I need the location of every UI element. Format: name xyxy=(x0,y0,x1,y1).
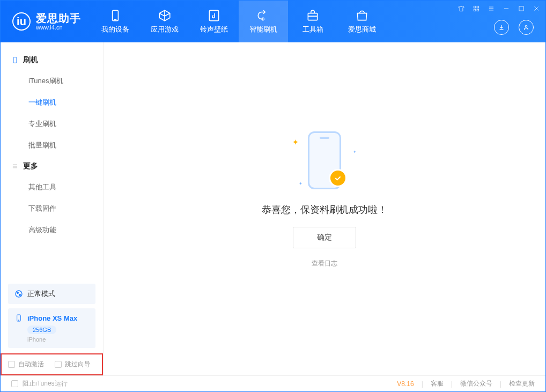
device-type: iPhone xyxy=(27,336,89,343)
main-content: ✦ ✦ ✦ 恭喜您，保资料刷机成功啦！ 确定 查看日志 xyxy=(104,42,545,375)
checkbox-icon xyxy=(8,361,15,368)
svg-rect-4 xyxy=(474,6,476,8)
device-icon xyxy=(14,314,23,322)
user-icon[interactable] xyxy=(519,20,534,35)
view-log-link[interactable]: 查看日志 xyxy=(312,259,337,268)
options-highlight-box: 自动激活 跳过向导 xyxy=(1,353,103,375)
block-itunes-label[interactable]: 阻止iTunes运行 xyxy=(23,379,68,388)
device-name: iPhone XS Max xyxy=(27,314,77,322)
sidebar-item-pro[interactable]: 专业刷机 xyxy=(1,113,103,135)
mode-label: 正常模式 xyxy=(27,289,55,299)
checkbox-icon[interactable] xyxy=(11,380,18,387)
footer-right: V8.16 | 客服 | 微信公众号 | 检查更新 xyxy=(397,379,535,388)
mode-icon xyxy=(14,290,23,298)
header: iu 爱思助手 www.i4.cn 我的设备 应用游戏 铃声壁纸 智能刷机 xyxy=(1,1,545,42)
app-url: www.i4.cn xyxy=(36,24,81,31)
phone-icon xyxy=(11,56,19,64)
svg-point-22 xyxy=(19,294,21,296)
sparkle-icon: ✦ xyxy=(353,150,357,154)
nav-tab-apps[interactable]: 应用游戏 xyxy=(140,1,189,42)
svg-rect-16 xyxy=(13,57,17,63)
device-storage: 256GB xyxy=(27,326,56,334)
nav-tab-ringtone[interactable]: 铃声壁纸 xyxy=(189,1,239,42)
maximize-icon[interactable] xyxy=(518,5,525,12)
shirt-icon[interactable] xyxy=(458,5,465,12)
app-name: 爱思助手 xyxy=(36,12,81,24)
minimize-icon[interactable] xyxy=(503,5,510,12)
menu-icon[interactable] xyxy=(488,5,495,12)
nav-tab-device[interactable]: 我的设备 xyxy=(91,1,140,42)
sidebar-group-more: 更多 xyxy=(1,156,103,176)
update-link[interactable]: 检查更新 xyxy=(509,379,535,388)
store-icon xyxy=(355,9,369,23)
sidebar-item-batch[interactable]: 批量刷机 xyxy=(1,135,103,156)
body: 刷机 iTunes刷机 一键刷机 专业刷机 批量刷机 更多 其他工具 下载固件 … xyxy=(1,42,545,375)
nav-tabs: 我的设备 应用游戏 铃声壁纸 智能刷机 工具箱 爱思商城 xyxy=(91,1,387,42)
logo-icon: iu xyxy=(12,12,31,31)
svg-point-24 xyxy=(18,320,19,320)
svg-rect-2 xyxy=(209,10,218,21)
svg-rect-5 xyxy=(477,6,479,8)
sidebar-item-download-fw[interactable]: 下载固件 xyxy=(1,198,103,219)
music-icon xyxy=(207,9,221,23)
grid-icon[interactable] xyxy=(473,5,480,12)
close-icon[interactable] xyxy=(533,5,540,12)
toolbox-icon xyxy=(306,9,320,23)
success-message: 恭喜您，保资料刷机成功啦！ xyxy=(262,203,387,216)
nav-tab-store[interactable]: 爱思商城 xyxy=(337,1,387,42)
device-icon xyxy=(108,9,122,23)
checkbox-auto-activate[interactable]: 自动激活 xyxy=(8,360,44,369)
download-icon[interactable] xyxy=(494,20,509,35)
svg-rect-12 xyxy=(519,6,523,11)
device-box[interactable]: iPhone XS Max 256GB iPhone xyxy=(8,308,95,348)
confirm-button[interactable]: 确定 xyxy=(293,227,356,248)
cube-icon xyxy=(158,9,172,23)
sidebar: 刷机 iTunes刷机 一键刷机 专业刷机 批量刷机 更多 其他工具 下载固件 … xyxy=(1,42,104,375)
svg-rect-6 xyxy=(474,9,476,11)
sidebar-item-other-tools[interactable]: 其他工具 xyxy=(1,176,103,198)
footer: 阻止iTunes运行 V8.16 | 客服 | 微信公众号 | 检查更新 xyxy=(1,375,545,391)
checkbox-icon xyxy=(55,361,62,368)
list-icon xyxy=(11,162,19,170)
logo-area: iu 爱思助手 www.i4.cn xyxy=(1,1,91,42)
svg-point-15 xyxy=(525,26,527,28)
window-controls xyxy=(458,5,540,12)
sidebar-item-itunes[interactable]: iTunes刷机 xyxy=(1,70,103,92)
svg-point-21 xyxy=(17,292,19,294)
success-graphic: ✦ ✦ ✦ xyxy=(287,128,362,193)
nav-tab-flash[interactable]: 智能刷机 xyxy=(239,1,288,42)
check-badge-icon xyxy=(329,169,347,187)
sidebar-item-oneclick[interactable]: 一键刷机 xyxy=(1,92,103,113)
version-label: V8.16 xyxy=(397,380,414,388)
sidebar-group-flash: 刷机 xyxy=(1,50,103,70)
mode-box[interactable]: 正常模式 xyxy=(8,284,95,304)
svg-rect-7 xyxy=(477,9,479,11)
app-window: iu 爱思助手 www.i4.cn 我的设备 应用游戏 铃声壁纸 智能刷机 xyxy=(0,0,546,392)
sparkle-icon: ✦ xyxy=(292,138,299,146)
refresh-icon xyxy=(256,9,270,23)
svg-rect-3 xyxy=(308,13,317,20)
sidebar-item-advanced[interactable]: 高级功能 xyxy=(1,219,103,241)
sparkle-icon: ✦ xyxy=(299,181,302,186)
svg-point-20 xyxy=(16,291,22,297)
nav-tab-toolbox[interactable]: 工具箱 xyxy=(288,1,337,42)
checkbox-skip-guide[interactable]: 跳过向导 xyxy=(55,360,91,369)
header-actions xyxy=(494,20,534,35)
wechat-link[interactable]: 微信公众号 xyxy=(460,379,492,388)
support-link[interactable]: 客服 xyxy=(431,379,444,388)
